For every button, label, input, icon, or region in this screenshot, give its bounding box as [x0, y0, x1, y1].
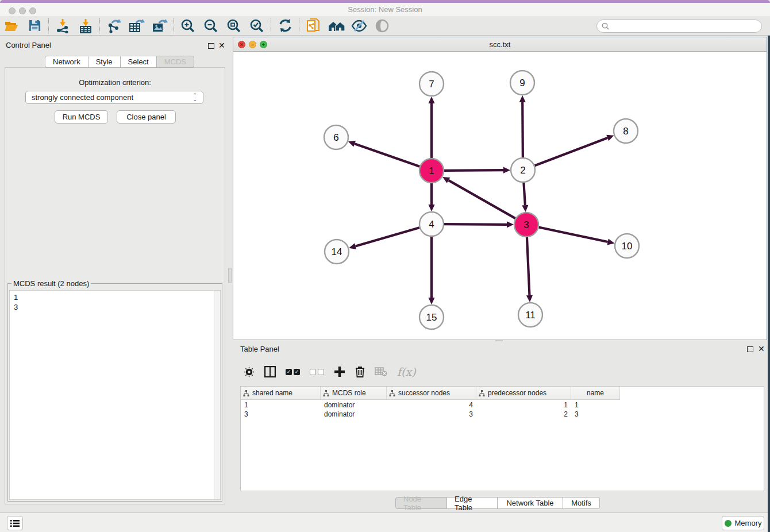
export-image-button[interactable]: [148, 17, 171, 35]
search-input[interactable]: [612, 22, 761, 30]
edge-2-3[interactable]: [523, 183, 525, 205]
memory-button[interactable]: Memory: [722, 516, 764, 530]
control-panel-close-button[interactable]: ✕: [218, 43, 225, 48]
open-file-button[interactable]: [0, 17, 23, 35]
tab-mcds[interactable]: MCDS: [157, 56, 194, 68]
network-graph: 1234678910111415: [233, 52, 767, 340]
window-title: Session: New Session: [0, 5, 770, 14]
hierarchy-sort-icon: [389, 390, 395, 396]
apply-layout-button[interactable]: [274, 17, 297, 35]
column-header-name[interactable]: name: [571, 387, 620, 399]
optimization-criterion-select[interactable]: strongly connected component ⌃⌄: [25, 91, 203, 104]
select-all-checkboxes-button[interactable]: ✓✓: [286, 363, 300, 380]
gear-icon: [244, 367, 255, 377]
table-cell[interactable]: 3: [387, 410, 476, 419]
tab-style[interactable]: Style: [88, 56, 121, 68]
zoom-selected-button[interactable]: [245, 17, 268, 35]
edge-2-9[interactable]: [522, 102, 523, 157]
edge-1-6[interactable]: [355, 144, 419, 167]
tab-network-table[interactable]: Network Table: [498, 497, 563, 509]
table-cell[interactable]: 1: [571, 400, 620, 410]
column-header-label: MCDS role: [332, 389, 366, 397]
task-history-button[interactable]: [7, 516, 23, 530]
dropdown-selected-value: strongly connected component: [32, 93, 133, 102]
hide-selected-button[interactable]: [348, 17, 371, 35]
tab-motifs[interactable]: Motifs: [563, 497, 600, 509]
edge-3-11[interactable]: [527, 237, 530, 295]
save-session-button[interactable]: [23, 17, 46, 35]
table-cell[interactable]: 2: [476, 410, 571, 419]
arrowhead-icon: [522, 205, 528, 212]
close-panel-button[interactable]: Close panel: [117, 110, 176, 124]
export-network-icon: [106, 18, 122, 33]
column-header-label: successor nodes: [398, 389, 450, 397]
tab-select[interactable]: Select: [121, 56, 157, 68]
table-cell[interactable]: 1: [241, 400, 321, 410]
double-house-icon: [328, 20, 345, 32]
table-panel-float-button[interactable]: [747, 345, 753, 354]
column-header-MCDS-role[interactable]: MCDS role: [321, 387, 387, 399]
table-cell[interactable]: 4: [387, 400, 476, 410]
network-canvas[interactable]: 1234678910111415: [233, 52, 767, 340]
import-network-button[interactable]: [51, 17, 74, 35]
import-table-icon: [78, 18, 93, 33]
show-all-button[interactable]: [371, 17, 394, 35]
table-row[interactable]: 1dominator411: [241, 400, 620, 410]
checked-checkbox-icon: ✓: [294, 369, 300, 375]
table-cell[interactable]: dominator: [321, 400, 387, 410]
toolbar-separator: [174, 18, 174, 33]
import-table-button[interactable]: [74, 17, 97, 35]
tab-edge-table[interactable]: Edge Table: [447, 497, 498, 509]
export-table-button[interactable]: [125, 17, 148, 35]
delete-row-button[interactable]: [355, 363, 365, 380]
mcds-result-title: MCDS result (2 nodes): [11, 279, 91, 288]
export-network-button[interactable]: [102, 17, 125, 35]
control-panel-float-button[interactable]: [208, 42, 214, 51]
table-cell[interactable]: 3: [571, 410, 620, 419]
table-row[interactable]: 3dominator323: [241, 410, 620, 419]
split-panel-button[interactable]: [264, 363, 276, 380]
table-panel-close-button[interactable]: ✕: [758, 346, 765, 352]
mcds-result-scrollbar[interactable]: [214, 291, 220, 499]
toolbar-separator: [48, 18, 49, 33]
zoom-in-button[interactable]: [176, 17, 199, 35]
toolbar-separator: [299, 18, 299, 33]
float-icon: [747, 346, 753, 352]
arrowhead-icon: [428, 97, 434, 103]
table-cell[interactable]: 1: [476, 400, 571, 410]
column-settings-button[interactable]: [244, 363, 255, 380]
tab-network[interactable]: Network: [45, 56, 88, 68]
run-mcds-button[interactable]: Run MCDS: [55, 110, 108, 124]
table-cell[interactable]: dominator: [321, 410, 387, 419]
edge-4-14[interactable]: [356, 228, 419, 246]
open-folder-icon: [4, 20, 19, 32]
mcds-result-textarea[interactable]: 1 3: [9, 290, 221, 500]
graph-node-label: 4: [429, 219, 434, 230]
column-header-predecessor-nodes[interactable]: predecessor nodes: [476, 387, 571, 399]
column-header-successor-nodes[interactable]: successor nodes: [387, 387, 476, 399]
arrowhead-icon: [428, 298, 434, 304]
edge-4-3[interactable]: [444, 224, 507, 225]
network-window-titlebar[interactable]: ✕ − + scc.txt: [233, 37, 767, 52]
edge-3-1[interactable]: [449, 180, 515, 218]
vertical-splitter-grip[interactable]: [228, 268, 232, 283]
zoom-fit-button[interactable]: [222, 17, 245, 35]
column-header-shared-name[interactable]: shared name: [241, 387, 321, 399]
cybrowser-home-button[interactable]: [325, 17, 348, 35]
arrowhead-icon: [348, 141, 356, 147]
column-header-label: predecessor nodes: [488, 389, 546, 397]
plus-icon: [334, 366, 345, 377]
tab-node-table[interactable]: Node Table: [395, 497, 447, 509]
edge-2-8[interactable]: [535, 138, 608, 165]
edge-1-2[interactable]: [444, 170, 503, 171]
table-cell[interactable]: 3: [241, 410, 321, 419]
clone-network-button[interactable]: [302, 17, 325, 35]
graph-node-label: 10: [622, 241, 633, 252]
deselect-all-checkboxes-button[interactable]: [310, 363, 324, 380]
zoom-out-button[interactable]: [199, 17, 222, 35]
edge-3-10[interactable]: [539, 228, 608, 242]
delete-table-button[interactable]: [375, 363, 387, 380]
function-builder-button[interactable]: f(x): [397, 363, 416, 380]
add-row-button[interactable]: [334, 363, 345, 380]
hierarchy-sort-icon: [479, 390, 485, 396]
